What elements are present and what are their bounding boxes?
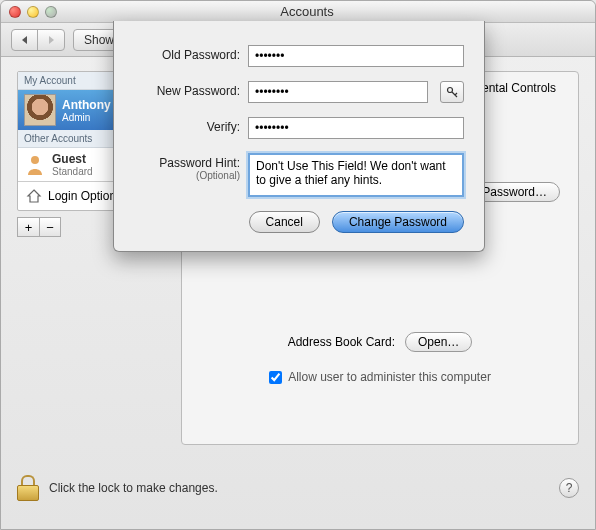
back-arrow-icon bbox=[20, 35, 30, 45]
new-password-label: New Password: bbox=[134, 81, 240, 98]
address-book-label: Address Book Card: bbox=[288, 335, 395, 349]
forward-arrow-icon bbox=[46, 35, 56, 45]
lock-text: Click the lock to make changes. bbox=[49, 481, 218, 495]
open-address-book-button[interactable]: Open… bbox=[405, 332, 472, 352]
hint-label: Password Hint: (Optional) bbox=[134, 153, 240, 181]
help-button[interactable]: ? bbox=[559, 478, 579, 498]
titlebar: Accounts bbox=[1, 1, 595, 23]
window-controls bbox=[9, 6, 57, 18]
back-button[interactable] bbox=[12, 30, 38, 50]
new-password-input[interactable] bbox=[248, 81, 428, 103]
cancel-button[interactable]: Cancel bbox=[249, 211, 320, 233]
admin-checkbox-label: Allow user to administer this computer bbox=[288, 370, 491, 384]
verify-password-input[interactable] bbox=[248, 117, 464, 139]
lock-row: Click the lock to make changes. ? bbox=[17, 475, 579, 501]
login-options-label: Login Options bbox=[48, 189, 122, 203]
window-title: Accounts bbox=[67, 4, 547, 19]
zoom-window-button[interactable] bbox=[45, 6, 57, 18]
house-icon bbox=[26, 188, 42, 204]
change-password-button[interactable]: Change Password bbox=[332, 211, 464, 233]
close-window-button[interactable] bbox=[9, 6, 21, 18]
svg-point-1 bbox=[448, 88, 453, 93]
forward-button[interactable] bbox=[38, 30, 64, 50]
accounts-window: Accounts Show All My Account Anthony bbox=[0, 0, 596, 530]
password-hint-input[interactable] bbox=[248, 153, 464, 197]
old-password-label: Old Password: bbox=[134, 45, 240, 62]
account-name: Anthony bbox=[62, 98, 111, 112]
old-password-input[interactable] bbox=[248, 45, 464, 67]
account-role: Admin bbox=[62, 112, 111, 123]
change-password-sheet: Old Password: New Password: Verify: Pass… bbox=[113, 21, 485, 252]
account-name: Guest bbox=[52, 152, 93, 166]
admin-checkbox[interactable] bbox=[269, 371, 282, 384]
add-account-button[interactable]: + bbox=[17, 217, 39, 237]
key-icon bbox=[446, 86, 458, 98]
account-role: Standard bbox=[52, 166, 93, 177]
minimize-window-button[interactable] bbox=[27, 6, 39, 18]
password-assistant-button[interactable] bbox=[440, 81, 464, 103]
remove-account-button[interactable]: − bbox=[39, 217, 61, 237]
nav-segment bbox=[11, 29, 65, 51]
verify-label: Verify: bbox=[134, 117, 240, 134]
avatar-icon bbox=[24, 94, 56, 126]
svg-point-0 bbox=[31, 156, 39, 164]
guest-icon bbox=[24, 154, 46, 176]
lock-icon[interactable] bbox=[17, 475, 39, 501]
